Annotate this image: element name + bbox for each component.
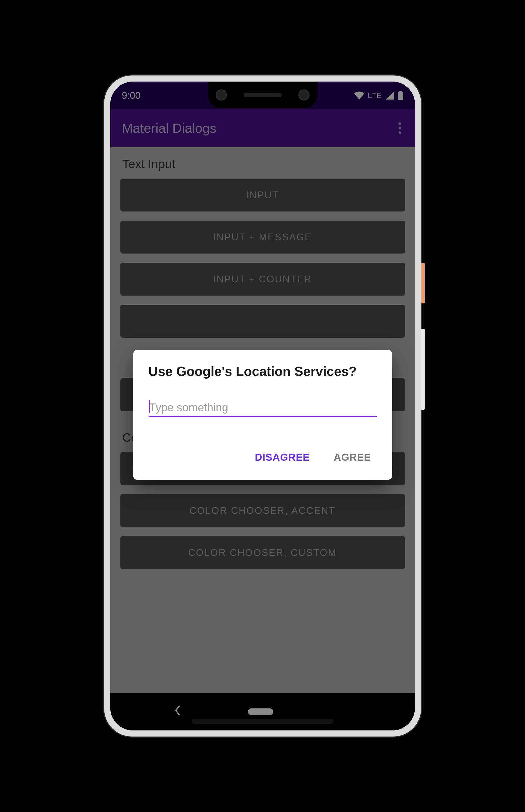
dialog-actions: DISAGREE AGREE bbox=[149, 442, 377, 475]
text-caret-icon bbox=[149, 400, 150, 413]
device-power-button bbox=[421, 263, 425, 303]
dialog-input-wrap bbox=[149, 399, 377, 417]
dialog-positive-button[interactable]: AGREE bbox=[331, 448, 374, 467]
dialog-text-input[interactable] bbox=[149, 399, 377, 417]
input-dialog: Use Google's Location Services? DISAGREE… bbox=[133, 350, 392, 480]
device-volume-button bbox=[421, 329, 425, 410]
device-notch bbox=[208, 81, 317, 108]
front-camera-icon bbox=[216, 89, 227, 100]
screen-root: 9:00 LTE Material Dialogs Text Input bbox=[110, 81, 415, 731]
dialog-title: Use Google's Location Services? bbox=[149, 364, 377, 379]
device-screen-bezel: 9:00 LTE Material Dialogs Text Input bbox=[110, 81, 415, 731]
earpiece-speaker-icon bbox=[244, 93, 282, 97]
dialog-negative-button[interactable]: DISAGREE bbox=[252, 448, 313, 467]
device-frame: 9:00 LTE Material Dialogs Text Input bbox=[104, 76, 421, 736]
front-camera-icon bbox=[298, 89, 310, 100]
